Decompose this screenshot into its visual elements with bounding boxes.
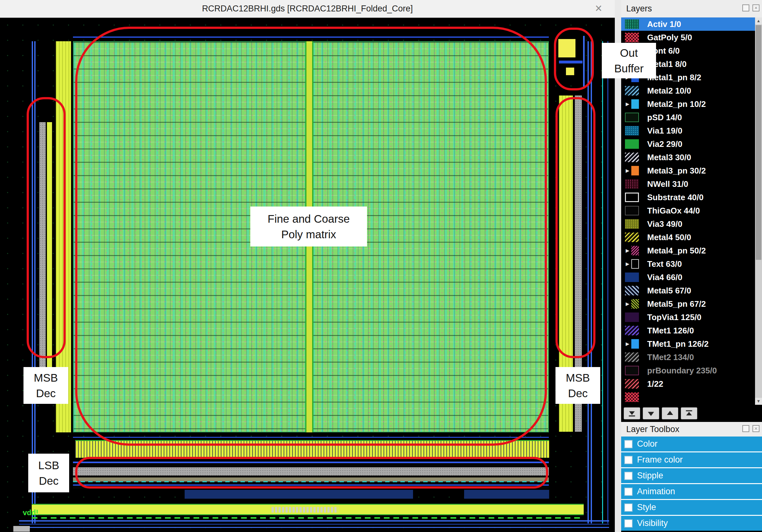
layer-item-metal5-pn[interactable]: ▶ Metal5_pn 67/2 [621,297,755,311]
scroll-down-icon[interactable]: ▼ [755,398,762,405]
layer-swatch-icon[interactable] [625,139,639,149]
layer-swatch-icon[interactable] [625,326,639,335]
layer-swatch-icon[interactable] [625,286,639,295]
layer-move-toolbar [621,405,762,422]
layer-swatch-icon[interactable] [625,86,639,96]
navy-bus-segment [185,490,413,499]
layer-swatch-icon[interactable] [625,153,639,162]
layer-item-tmet2[interactable]: TMet2 134/0 [621,350,755,364]
layer-swatch-icon[interactable] [631,299,639,309]
layer-item-nwell[interactable]: NWell 31/0 [621,177,755,190]
layer-item-metal3-pn[interactable]: ▶ Metal3_pn 30/2 [621,164,755,177]
layer-swatch-icon[interactable] [625,113,639,122]
move-to-bottom-button[interactable] [624,407,640,419]
layer-item-prboundary[interactable]: prBoundary 235/0 [621,364,755,377]
move-down-button[interactable] [643,407,659,419]
layer-swatch-icon[interactable] [625,192,639,202]
expand-arrow-icon[interactable]: ▶ [625,101,630,107]
msb-dec-left-label: MSB Dec [24,367,68,404]
layer-swatch-icon[interactable] [625,233,639,242]
layer-swatch-icon[interactable] [625,313,639,322]
layer-swatch-icon[interactable] [625,126,639,135]
layer-item-thigaox[interactable]: ThiGaOx 44/0 [621,204,755,217]
layer-label: TMet2 134/0 [647,352,694,362]
layer-swatch-icon[interactable] [631,246,639,255]
expand-arrow-icon[interactable]: ▶ [625,301,630,307]
layer-label: TMet1_pn 126/2 [647,339,709,349]
panel-float-icon[interactable] [742,4,749,11]
expand-arrow-icon[interactable]: ▶ [625,341,630,347]
layer-label: TMet1 126/0 [647,326,694,336]
move-up-button[interactable] [662,407,678,419]
toolbox-row-color[interactable]: Color [621,436,762,451]
close-icon[interactable]: × [595,0,602,17]
toolbox-row-style[interactable]: Style [621,500,762,515]
checkbox[interactable] [624,440,633,448]
metal-hline [19,520,609,521]
layer-item-psd[interactable]: pSD 14/0 [621,111,755,124]
layer-item-metal2-pn[interactable]: ▶ Metal2_pn 10/2 [621,97,755,111]
layer-item-via2[interactable]: Via2 29/0 [621,137,755,151]
layer-item-via1[interactable]: Via1 19/0 [621,124,755,137]
layer-item-text[interactable]: ▶ Text 63/0 [621,257,755,270]
layer-item-via4[interactable]: Via4 66/0 [621,270,755,284]
layer-item-metal4-pn[interactable]: ▶ Metal4_pn 50/2 [621,244,755,257]
panel-close-icon[interactable]: × [752,425,759,432]
expand-arrow-icon[interactable]: ▶ [625,261,630,267]
layer-label: Metal5_pn 67/2 [647,299,706,309]
checkbox[interactable] [624,503,633,512]
layer-item-activ[interactable]: Activ 1/0 [621,18,755,31]
layer-item-substrate[interactable]: Substrate 40/0 [621,190,755,204]
annotation-msb-left [27,97,66,358]
scrollbar-thumb[interactable] [756,25,761,260]
panel-splitter[interactable] [615,0,621,532]
expand-arrow-icon[interactable]: ▶ [625,248,630,254]
scroll-up-icon[interactable]: ▲ [755,18,762,25]
checkbox[interactable] [624,488,633,496]
green-dashed-line [32,517,584,519]
layer-item-metal3[interactable]: Metal3 30/0 [621,151,755,164]
layer-item-metal5[interactable]: Metal5 67/0 [621,284,755,297]
toolbox-row-animation[interactable]: Animation [621,484,762,499]
checkbox[interactable] [624,519,633,528]
layer-swatch-icon[interactable] [625,379,639,389]
layer-swatch-icon[interactable] [631,339,639,349]
layer-swatch-icon[interactable] [625,206,639,215]
panel-close-icon[interactable]: × [752,4,759,11]
layer-item-topvia1[interactable]: TopVia1 125/0 [621,311,755,324]
layout-canvas[interactable]: vdd! [0,18,615,532]
layer-swatch-icon[interactable] [625,19,639,29]
layer-item-1-22[interactable]: 1/22 [621,377,755,391]
layer-list-scrollbar[interactable]: ▲ ▼ [755,18,762,405]
panel-float-icon[interactable] [742,425,749,432]
layer-swatch-icon[interactable] [625,392,639,402]
layer-swatch-icon[interactable] [625,272,639,282]
layer-item-partial[interactable] [621,391,755,404]
layer-label: prBoundary 235/0 [647,366,717,376]
toolbox-row-visibility[interactable]: Visibility [621,516,762,531]
checkbox[interactable] [624,472,633,480]
expand-arrow-icon[interactable]: ▶ [625,168,630,174]
layer-swatch-icon[interactable] [631,166,639,176]
layer-swatch-icon[interactable] [625,219,639,229]
move-to-top-button[interactable] [681,407,697,419]
layer-swatch-icon[interactable] [631,99,639,109]
title-bar: RCRDAC12BRHI.gds [RCRDAC12BRHI_Folded_Co… [0,0,615,18]
layer-toolbox-header: Layer Toolbox × [621,422,762,436]
layer-swatch-icon[interactable] [631,259,639,269]
toolbox-row-frame-color[interactable]: Frame color [621,452,762,467]
layer-item-tmet1[interactable]: TMet1 126/0 [621,324,755,337]
toolbox-row-stipple[interactable]: Stipple [621,468,762,483]
window-title: RCRDAC12BRHI.gds [RCRDAC12BRHI_Folded_Co… [0,0,615,18]
layer-item-metal4[interactable]: Metal4 50/0 [621,231,755,244]
checkbox[interactable] [624,456,633,464]
layer-item-tmet1-pn[interactable]: ▶ TMet1_pn 126/2 [621,337,755,350]
layer-swatch-icon[interactable] [625,179,639,189]
layer-item-gatpoly[interactable]: GatPoly 5/0 [621,31,755,44]
layer-item-via3[interactable]: Via3 49/0 [621,217,755,231]
layer-swatch-icon[interactable] [625,33,639,42]
layer-swatch-icon[interactable] [625,366,639,375]
layer-swatch-icon[interactable] [625,352,639,362]
annotation-lsb [75,457,548,489]
layer-item-metal2[interactable]: Metal2 10/0 [621,84,755,97]
